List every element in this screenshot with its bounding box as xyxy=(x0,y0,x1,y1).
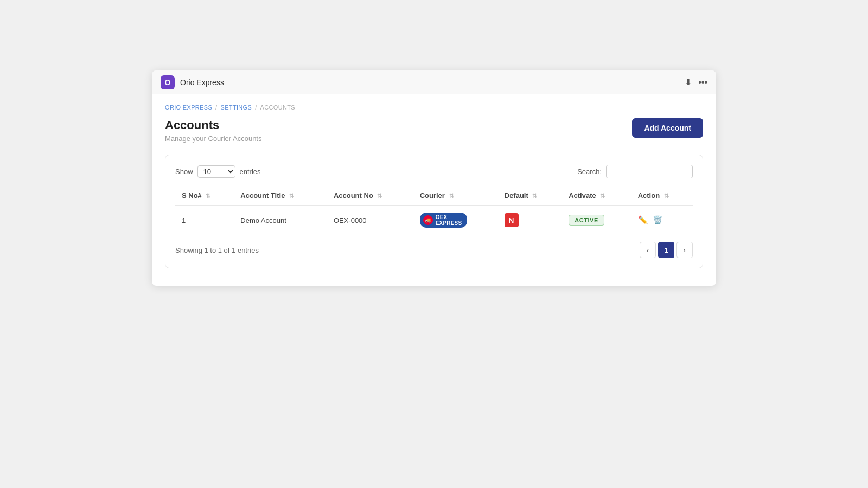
cell-account-no: OEX-0000 xyxy=(327,206,413,234)
cell-activate: ACTIVE xyxy=(562,206,631,234)
cell-courier: 🚚 OEXEXPRESS xyxy=(413,206,498,234)
table-header: S No# ⇅ Account Title ⇅ Account No ⇅ C xyxy=(175,186,693,206)
search-label: Search: xyxy=(577,168,602,176)
sort-account-no-icon[interactable]: ⇅ xyxy=(377,192,382,200)
search-input[interactable] xyxy=(606,165,693,178)
col-courier: Courier ⇅ xyxy=(413,186,498,206)
search-area: Search: xyxy=(577,165,693,178)
app-logo: O xyxy=(161,75,175,89)
delete-icon[interactable]: 🗑️ xyxy=(653,215,663,225)
page-title: Accounts xyxy=(165,118,261,132)
entries-select[interactable]: 10 25 50 100 xyxy=(197,165,235,178)
page-header-left: Accounts Manage your Courier Accounts xyxy=(165,118,261,143)
showing-text: Showing 1 to 1 of 1 entries xyxy=(175,246,259,254)
show-entries-control: Show 10 25 50 100 entries xyxy=(175,165,261,178)
sort-account-title-icon[interactable]: ⇅ xyxy=(289,192,294,200)
download-icon[interactable]: ⬇ xyxy=(685,77,692,87)
title-bar-left: O Orio Express xyxy=(161,75,224,89)
default-badge: N xyxy=(505,213,519,227)
page-subtitle: Manage your Courier Accounts xyxy=(165,134,261,143)
col-account-no: Account No ⇅ xyxy=(327,186,413,206)
logo-letter: O xyxy=(165,78,171,87)
more-options-icon[interactable]: ••• xyxy=(698,78,707,87)
sort-default-icon[interactable]: ⇅ xyxy=(532,192,537,200)
action-icons: ✏️ 🗑️ xyxy=(638,215,686,225)
accounts-table: S No# ⇅ Account Title ⇅ Account No ⇅ C xyxy=(175,186,693,234)
breadcrumb: ORIO EXPRESS / SETTINGS / ACCOUNTS xyxy=(165,104,703,111)
table-controls: Show 10 25 50 100 entries Search: xyxy=(175,165,693,178)
add-account-button[interactable]: Add Account xyxy=(632,118,703,138)
show-label: Show xyxy=(175,168,193,176)
sort-courier-icon[interactable]: ⇅ xyxy=(449,192,454,200)
breadcrumb-orio-express[interactable]: ORIO EXPRESS xyxy=(165,104,212,111)
activate-badge: ACTIVE xyxy=(569,215,604,226)
pagination-next[interactable]: › xyxy=(676,242,693,258)
page-content: ORIO EXPRESS / SETTINGS / ACCOUNTS Accou… xyxy=(152,94,716,286)
breadcrumb-sep-2: / xyxy=(255,104,257,111)
col-default: Default ⇅ xyxy=(498,186,562,206)
col-action: Action ⇅ xyxy=(631,186,693,206)
header-row: S No# ⇅ Account Title ⇅ Account No ⇅ C xyxy=(175,186,693,206)
table-footer: Showing 1 to 1 of 1 entries ‹ 1 › xyxy=(175,242,693,258)
breadcrumb-accounts: ACCOUNTS xyxy=(260,104,295,111)
cell-action: ✏️ 🗑️ xyxy=(631,206,693,234)
pagination-page-1[interactable]: 1 xyxy=(658,242,674,258)
breadcrumb-settings[interactable]: SETTINGS xyxy=(221,104,252,111)
cell-account-title: Demo Account xyxy=(234,206,327,234)
breadcrumb-sep-1: / xyxy=(215,104,217,111)
courier-badge-dot: 🚚 xyxy=(423,215,433,225)
table-card: Show 10 25 50 100 entries Search: xyxy=(165,155,703,268)
page-header: Accounts Manage your Courier Accounts Ad… xyxy=(165,118,703,143)
col-account-title: Account Title ⇅ xyxy=(234,186,327,206)
title-bar-right: ⬇ ••• xyxy=(685,77,707,87)
table-body: 1 Demo Account OEX-0000 🚚 OEXEXPRESS N A… xyxy=(175,206,693,234)
title-bar: O Orio Express ⬇ ••• xyxy=(152,70,716,94)
app-title: Orio Express xyxy=(180,78,224,87)
courier-badge-text: OEXEXPRESS xyxy=(436,214,462,226)
col-activate: Activate ⇅ xyxy=(562,186,631,206)
sort-activate-icon[interactable]: ⇅ xyxy=(600,192,605,200)
cell-default: N xyxy=(498,206,562,234)
col-sno: S No# ⇅ xyxy=(175,186,234,206)
sort-sno-icon[interactable]: ⇅ xyxy=(206,192,210,200)
main-window: O Orio Express ⬇ ••• ORIO EXPRESS / SETT… xyxy=(152,70,716,286)
courier-badge: 🚚 OEXEXPRESS xyxy=(420,213,468,228)
cell-sno: 1 xyxy=(175,206,234,234)
pagination-prev[interactable]: ‹ xyxy=(640,242,656,258)
sort-action-icon[interactable]: ⇅ xyxy=(664,192,669,200)
table-row: 1 Demo Account OEX-0000 🚚 OEXEXPRESS N A… xyxy=(175,206,693,234)
pagination: ‹ 1 › xyxy=(640,242,693,258)
entries-label: entries xyxy=(240,168,261,176)
edit-icon[interactable]: ✏️ xyxy=(638,215,648,225)
